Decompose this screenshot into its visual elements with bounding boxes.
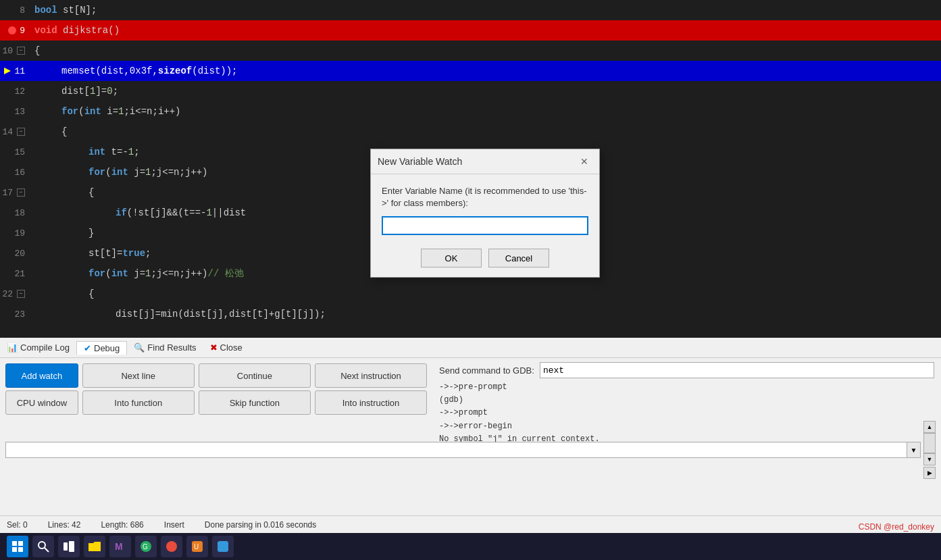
code-line-10: 10−{ [0,41,941,61]
gdb-output-line: ->->error-begin [439,420,934,433]
fold-icon-22[interactable]: − [17,290,25,298]
svg-text:M: M [115,541,123,552]
skip-function-button[interactable]: Skip function [199,390,311,415]
line-number-16: 16 [0,168,30,178]
app3-button[interactable] [161,536,182,557]
gdb-output-line: (gdb) [439,394,934,407]
into-instruction-button[interactable]: Into instruction [315,390,427,415]
line-number-17: 17− [0,188,30,198]
tab-compile-log[interactable]: 📊 Compile Log [0,341,76,354]
svg-rect-6 [63,542,68,551]
gdb-send-row: Send command to GDB: [439,362,934,378]
line-number-11: 11 [0,66,30,76]
code-line-12: 12dist[1]=0; [0,81,941,101]
svg-rect-2 [12,547,17,552]
dialog-variable-input[interactable] [382,216,588,235]
add-watch-button[interactable]: Add watch [5,363,78,388]
into-function-button[interactable]: Into function [82,390,195,415]
svg-text:U: U [194,543,199,551]
debug-icon: ✔ [84,343,91,353]
dialog-ok-button[interactable]: OK [421,249,482,268]
code-content-23: dist[j]=min(dist[j],dist[t]+g[t][j]); [30,309,326,320]
gdb-output-line: ->->prompt [439,407,934,419]
code-content-14: { [30,126,67,137]
code-line-8: 8bool st[N]; [0,0,941,20]
line-number-22: 22− [0,289,30,299]
line-number-14: 14− [0,127,30,137]
current-line-arrow-icon [4,68,11,74]
gdb-panel: Send command to GDB: ->->pre-prompt(gdb)… [432,358,941,419]
code-content-12: dist[1]=0; [30,86,118,97]
dropdown-select[interactable] [5,442,907,458]
app2-button[interactable]: G [135,536,157,557]
code-content-13: for(int i=1;i<=n;i++) [30,106,180,117]
tab-bar: 📊 Compile Log ✔ Debug 🔍 Find Results ✖ C… [0,338,941,358]
taskbar: M G U [0,533,941,560]
search-taskbar-button[interactable] [32,536,54,557]
code-content-18: if(!st[j]&&(t==-1||dist [30,207,246,218]
fold-icon-14[interactable]: − [17,128,25,136]
close-icon: ✖ [210,342,218,353]
scroll-track [923,433,936,453]
app4-button[interactable]: U [186,536,208,557]
code-content-22: { [30,288,94,299]
code-content-9: void dijkstra() [30,25,120,36]
line-number-12: 12 [0,86,30,97]
tab-debug[interactable]: ✔ Debug [76,341,127,355]
code-content-16: for(int j=1;j<=n;j++) [30,167,207,178]
svg-text:G: G [143,543,148,551]
scroll-up-button[interactable]: ▲ [923,421,936,433]
line-number-18: 18 [0,208,30,218]
button-row-2: CPU window Into function Skip function I… [5,390,427,415]
button-row-1: Add watch Next line Continue Next instru… [5,363,427,388]
gdb-command-input[interactable] [540,362,934,378]
tab-compile-log-label: Compile Log [20,342,70,353]
scroll-down-button[interactable]: ▼ [923,453,936,465]
fold-icon-17[interactable]: − [17,188,25,197]
find-icon: 🔍 [134,342,145,353]
scroll-right-button[interactable]: ▶ [923,467,936,479]
next-line-button[interactable]: Next line [82,363,195,388]
code-content-17: { [30,187,94,198]
dropdown-arrow-icon[interactable]: ▼ [907,442,921,458]
debug-button-panel: Add watch Next line Continue Next instru… [0,358,432,419]
dialog-button-row: OK Cancel [371,243,599,277]
scroll-buttons: ▲ ▼ ▶ [923,421,936,479]
continue-button[interactable]: Continue [199,363,311,388]
app5-button[interactable] [212,536,234,557]
tab-debug-label: Debug [94,343,120,353]
code-content-21: for(int j=1;j<=n;j++)// 松弛 [30,268,244,280]
tab-find-results-label: Find Results [147,342,196,353]
chart-icon: 📊 [7,342,18,353]
line-number-21: 21 [0,269,30,279]
status-sel: Sel: 0 [7,520,28,530]
new-variable-watch-dialog: New Variable Watch ✕ Enter Variable Name… [370,149,600,278]
tab-find-results[interactable]: 🔍 Find Results [127,341,203,354]
status-length: Length: 686 [101,520,143,530]
start-button[interactable] [7,536,28,557]
next-instruction-button[interactable]: Next instruction [315,363,427,388]
svg-rect-0 [12,541,17,546]
breakpoint-icon [8,26,16,34]
fold-icon-10[interactable]: − [17,47,25,55]
cpu-window-button[interactable]: CPU window [5,390,78,415]
svg-point-4 [39,542,45,549]
code-line-14: 14−{ [0,122,941,142]
line-number-9: 9 [0,26,30,36]
watermark: CSDN @red_donkey [859,522,934,532]
svg-rect-7 [69,541,74,552]
code-line-13: 13for(int i=1;i<=n;i++) [0,101,941,122]
debug-controls: Add watch Next line Continue Next instru… [0,358,941,419]
code-content-20: st[t]=true; [30,248,151,259]
svg-rect-3 [18,547,23,552]
vs-button[interactable]: M [109,536,131,557]
dialog-body: Enter Variable Name (it is recommended t… [371,174,599,243]
code-content-10: { [30,45,40,56]
dialog-close-button[interactable]: ✕ [576,153,592,170]
status-message: Done parsing in 0.016 seconds [205,520,316,530]
taskview-button[interactable] [58,536,80,557]
code-content-11: memset(dist,0x3f,sizeof(dist)); [30,66,238,76]
tab-close[interactable]: ✖ Close [203,341,249,354]
folder-button[interactable] [84,536,105,557]
dialog-cancel-button[interactable]: Cancel [488,249,549,268]
